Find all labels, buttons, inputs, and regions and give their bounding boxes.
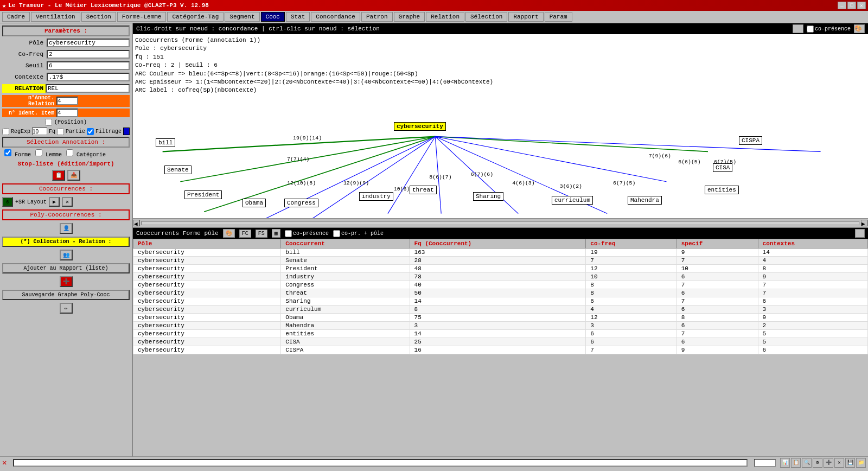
scroll-track[interactable] [142,221,859,225]
status-btn-6[interactable]: ✕ [834,458,844,468]
table-row[interactable]: cybersecurityObama751289 [133,314,868,322]
ident-input[interactable] [56,109,78,117]
position-checkbox[interactable] [45,119,52,126]
table-fs-btn[interactable]: FS [256,230,267,238]
table-row[interactable]: cybersecurityMahendra3362 [133,322,868,330]
stop-list-edit-btn[interactable]: 📋 [52,170,65,181]
graph-color-btn[interactable]: 🎨 [854,24,865,33]
node-mahendra[interactable]: Mahendra [628,196,662,205]
table-row[interactable]: cybersecuritySenate28774 [133,257,868,265]
tab-section[interactable]: Section [81,12,116,22]
maximize-button[interactable]: □ [847,2,856,9]
minimize-button[interactable]: _ [838,2,846,9]
scroll-right-btn[interactable]: ▶ [861,220,867,226]
scroll-left-btn[interactable]: ◀ [133,220,140,226]
sauvegarde-action-btn[interactable]: ✏️ [60,303,73,314]
poly-icon-btn[interactable]: 👤 [60,223,73,234]
tab-patron[interactable]: Patron [361,12,393,22]
tab-graphe[interactable]: Graphe [394,12,425,22]
node-senate[interactable]: Senate [164,166,192,174]
status-btn-2[interactable]: 📋 [791,458,801,468]
node-sharing[interactable]: Sharing [473,192,503,201]
stop-list-import-btn[interactable]: 📥 [67,170,80,181]
table-row[interactable]: cybersecuritythreat50867 [133,289,868,297]
colloc-relation-btn[interactable]: (*) Collocation - Relation : [2,237,130,247]
node-congress[interactable]: Congress [284,199,318,207]
error-icon[interactable]: ✕ [2,458,7,467]
partie-checkbox[interactable] [57,128,64,135]
table-row[interactable]: cybersecurityCISPA16796 [133,346,868,354]
layout-run-btn[interactable]: ▶ [49,197,60,207]
table-row[interactable]: cybersecuritybill16319914 [133,249,868,257]
table-co-pr-pole-cb[interactable] [333,230,340,237]
rapport-btn[interactable]: Ajouter au Rapport (liste) [2,263,130,273]
graph-scrollbar[interactable]: ◀ ▶ [133,218,868,227]
table-row[interactable]: cybersecurityentities14675 [133,330,868,338]
table-color-btn[interactable]: 🎨 [223,229,235,238]
graph-icon-btn[interactable] [793,24,803,33]
tab-ventilation[interactable]: Ventilation [31,12,80,22]
status-btn-8[interactable]: 📁 [856,458,866,468]
forme-checkbox[interactable] [4,149,11,156]
tab-forme-lemme[interactable]: Forme-Lemme [117,12,167,22]
status-btn-4[interactable]: ⚙ [813,458,822,468]
node-cybersecurity[interactable]: cybersecurity [394,122,446,131]
table-row[interactable]: cybersecurityCISA25665 [133,338,868,346]
rapport-add-btn[interactable]: ➕ [60,276,73,287]
table-row[interactable]: cybersecurityPresident4812108 [133,265,868,273]
status-btn-7[interactable]: 💾 [845,458,855,468]
annot-input[interactable] [56,97,78,105]
tab-relation[interactable]: Relation [426,12,464,22]
table-grid-btn[interactable]: ▦ [272,229,280,238]
tab-categorie-tag[interactable]: Catégorie-Tag [167,12,224,22]
status-btn-5[interactable]: ➕ [824,458,833,468]
table-co-presence-cb[interactable] [285,230,292,237]
colloc-action-btn[interactable]: 👥 [60,250,73,260]
node-cispa[interactable]: CISPA [739,136,762,145]
node-obama[interactable]: Obama [242,199,266,207]
tab-cadre[interactable]: Cadre [2,12,30,22]
tab-concordance[interactable]: Concordance [311,12,360,22]
pole-row: Pôle [2,39,130,47]
tab-selection[interactable]: Sélection [465,12,507,22]
table-row[interactable]: cybersecurityindustry781069 [133,273,868,281]
node-bill[interactable]: bill [156,138,175,147]
filtrage-checkbox[interactable] [87,128,94,135]
node-threat[interactable]: threat [410,186,437,194]
lemme-checkbox[interactable] [35,149,42,156]
regexp-value-input[interactable] [32,128,47,135]
contexte-input[interactable] [47,73,130,81]
categorie-checkbox[interactable] [66,149,73,156]
pole-input[interactable] [47,39,130,47]
node-president[interactable]: President [184,190,222,199]
node-cisa[interactable]: CISA [713,163,732,172]
cofreq-input[interactable] [47,50,130,59]
co-presence-checkbox[interactable] [807,26,814,33]
table-menu-btn[interactable] [855,229,865,238]
node-industry[interactable]: industry [359,192,393,201]
titlebar-controls[interactable]: _ □ ✕ [838,2,866,9]
layout-stop-btn[interactable]: ✕ [62,197,73,207]
layout-circle-btn[interactable]: ⊙ [2,197,13,207]
relation-input[interactable] [46,84,130,93]
filtrage-color-btn[interactable] [123,128,130,135]
tab-rapport[interactable]: Rapport [508,12,543,22]
sauvegarde-btn[interactable]: Sauvegarde Graphe Poly-Cooc [2,290,130,300]
node-entities[interactable]: entities [705,186,739,194]
status-btn-1[interactable]: 📊 [780,458,790,468]
table-row[interactable]: cybersecurityCongress40877 [133,281,868,289]
table-row[interactable]: cybersecuritySharing14676 [133,297,868,305]
regexp-checkbox[interactable] [2,128,9,135]
tab-param[interactable]: Param [545,12,572,22]
table-scroll-area[interactable]: Pôle Cooccurrent Fq (Cooccurrent) co-fre… [133,239,868,456]
close-button[interactable]: ✕ [857,2,866,9]
status-btn-3[interactable]: 🔍 [802,458,812,468]
table-fc-btn[interactable]: FC [239,230,251,238]
tab-cooc[interactable]: Cooc [261,12,285,22]
table-header-label: Cooccurrents Forme pôle [136,230,219,237]
table-row[interactable]: cybersecuritycurriculum8463 [133,305,868,314]
tab-segment[interactable]: Segment [225,12,259,22]
tab-stat[interactable]: Stat [286,12,310,22]
seuil-input[interactable] [47,61,130,70]
node-curriculum[interactable]: curriculum [552,196,593,205]
